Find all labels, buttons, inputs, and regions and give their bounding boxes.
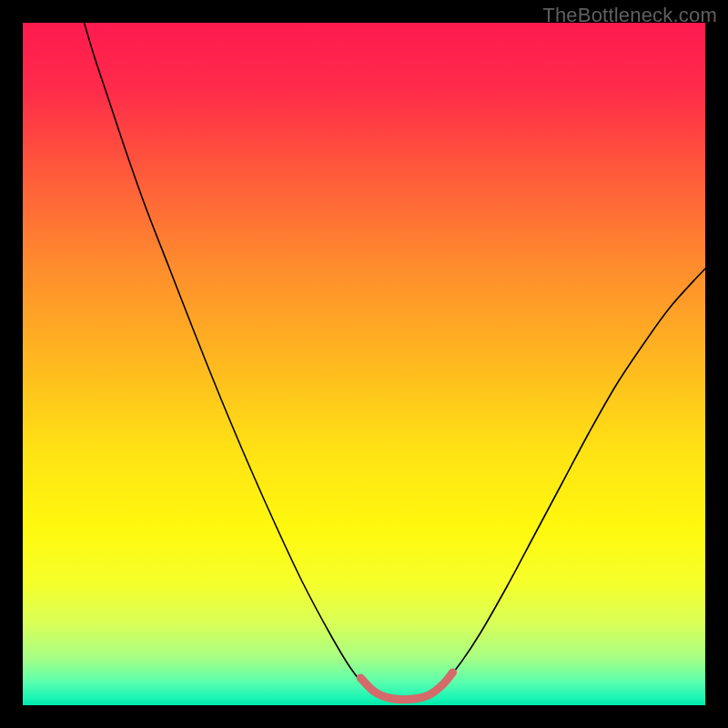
- chart-frame: TheBottleneck.com: [0, 0, 728, 728]
- plot-area: [23, 23, 705, 705]
- watermark-text: TheBottleneck.com: [542, 4, 717, 27]
- bottleneck-curve: [85, 23, 706, 702]
- curve-layer: [23, 23, 705, 705]
- valley-overlay: [360, 672, 452, 700]
